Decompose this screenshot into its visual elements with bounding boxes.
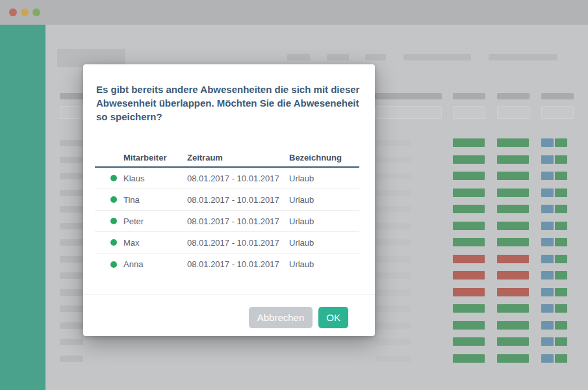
dialog-footer: Abbrechen OK <box>83 294 375 336</box>
timeline-bar <box>497 205 529 213</box>
timeline-bar <box>453 155 485 164</box>
timeline-bar <box>453 304 485 313</box>
timeline-bar <box>453 354 485 363</box>
table-header-zeitraum: Zeitraum <box>187 153 289 162</box>
cancel-button[interactable]: Abbrechen <box>249 307 313 328</box>
skeleton-row-label <box>60 223 83 229</box>
app-sidebar <box>0 25 45 390</box>
window-minimize-icon[interactable] <box>21 8 29 16</box>
table-body: Klaus08.01.2017 - 10.01.2017UrlaubTina08… <box>95 168 359 275</box>
skeleton-toolbar-chip <box>327 54 349 60</box>
skeleton-row-label <box>376 140 411 146</box>
timeline-bar <box>453 337 485 346</box>
overlap-warning-dialog: Es gibt bereits andere Abwesenheiten die… <box>83 64 375 336</box>
skeleton-column-header <box>453 93 485 99</box>
timeline-bar <box>497 321 529 330</box>
row-bezeichnung: Urlaub <box>289 259 359 269</box>
table-header-row: Mitarbeiter Zeitraum Bezeichnung <box>95 149 359 168</box>
row-bezeichnung: Urlaub <box>289 238 359 248</box>
skeleton-column-header <box>497 93 530 99</box>
window-maximize-icon[interactable] <box>32 8 40 16</box>
timeline-bar <box>555 172 567 180</box>
timeline-bar <box>497 288 529 296</box>
timeline-bar <box>453 255 485 263</box>
timeline-bar <box>497 337 529 346</box>
timeline-bar <box>555 205 567 213</box>
skeleton-toolbar-chip <box>365 54 386 60</box>
table-header-mitarbeiter: Mitarbeiter <box>123 153 187 162</box>
timeline-bar <box>497 188 529 197</box>
timeline-bar <box>555 304 567 313</box>
ok-button[interactable]: OK <box>318 307 348 328</box>
row-mitarbeiter: Peter <box>123 216 187 226</box>
row-zeitraum: 08.01.2017 - 10.01.2017 <box>187 174 289 183</box>
timeline-bar <box>555 155 567 164</box>
timeline-bar <box>541 337 554 346</box>
timeline-bar <box>497 172 529 180</box>
row-mitarbeiter: Tina <box>123 195 187 205</box>
row-zeitraum: 08.01.2017 - 10.01.2017 <box>187 216 289 226</box>
window-titlebar <box>0 0 588 25</box>
skeleton-row-label <box>60 256 83 263</box>
table-row: Anna08.01.2017 - 10.01.2017Urlaub <box>95 254 359 275</box>
skeleton-column-header <box>375 93 442 99</box>
row-mitarbeiter: Klaus <box>123 174 187 183</box>
timeline-bar <box>497 138 529 147</box>
window-close-icon[interactable] <box>9 8 17 16</box>
skeleton-row-label <box>376 322 411 329</box>
skeleton-row-label <box>60 157 83 163</box>
row-status-cell <box>95 175 123 181</box>
timeline-bar <box>453 238 485 246</box>
status-dot-icon <box>110 261 117 268</box>
absence-table: Mitarbeiter Zeitraum Bezeichnung Klaus08… <box>95 149 359 275</box>
row-bezeichnung: Urlaub <box>289 216 359 226</box>
timeline-bar <box>555 188 567 197</box>
timeline-bar <box>541 172 554 180</box>
status-dot-icon <box>110 175 117 181</box>
row-bezeichnung: Urlaub <box>289 195 359 205</box>
skeleton-row-label <box>60 322 83 329</box>
timeline-bar <box>555 271 567 280</box>
row-zeitraum: 08.01.2017 - 10.01.2017 <box>187 238 289 248</box>
timeline-bar <box>453 188 485 197</box>
skeleton-filter-box <box>375 106 442 119</box>
timeline-bar <box>497 238 529 246</box>
timeline-bar <box>541 205 554 213</box>
timeline-bar <box>453 222 485 230</box>
timeline-bar <box>555 255 567 263</box>
timeline-bar <box>453 271 485 280</box>
skeleton-toolbar-chip <box>287 54 310 60</box>
skeleton-row-label <box>376 190 411 196</box>
timeline-bar <box>541 155 554 164</box>
skeleton-filter-box <box>60 106 83 119</box>
row-status-cell <box>95 196 123 203</box>
skeleton-toolbar-chip <box>403 54 471 60</box>
timeline-bar <box>497 155 529 164</box>
skeleton-toolbar-chip <box>489 54 557 60</box>
skeleton-row-label <box>60 190 83 196</box>
skeleton-row-label <box>376 206 411 213</box>
row-mitarbeiter: Max <box>123 238 187 248</box>
timeline-bar <box>541 138 554 147</box>
timeline-bar <box>555 337 567 346</box>
timeline-bar <box>497 354 529 363</box>
timeline-bar <box>555 354 567 363</box>
timeline-bar <box>453 288 485 296</box>
timeline-bar <box>541 354 554 363</box>
skeleton-row-label <box>376 223 411 229</box>
timeline-bar <box>497 271 529 280</box>
skeleton-row-label <box>376 256 411 263</box>
timeline-bar <box>541 288 554 296</box>
timeline-bar <box>497 304 529 313</box>
skeleton-row-label <box>376 173 411 179</box>
skeleton-row-label <box>60 140 83 146</box>
row-bezeichnung: Urlaub <box>289 174 359 183</box>
table-header-bezeichnung: Bezeichnung <box>289 153 359 162</box>
skeleton-row-label <box>60 272 83 279</box>
status-dot-icon <box>110 239 117 246</box>
timeline-bar <box>497 222 529 230</box>
skeleton-row-label <box>60 206 83 213</box>
skeleton-filter-box <box>453 106 485 119</box>
timeline-bar <box>541 188 554 197</box>
skeleton-filter-box <box>541 106 574 119</box>
